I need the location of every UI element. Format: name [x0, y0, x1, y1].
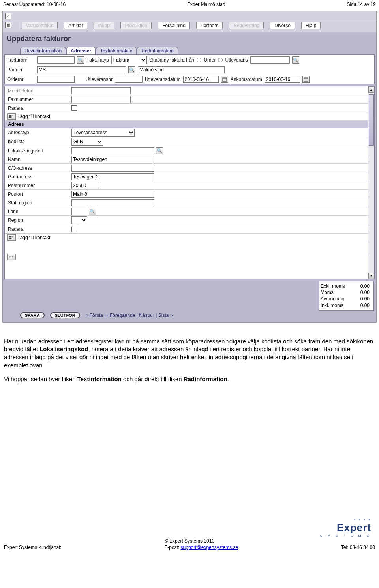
- postnummer-input[interactable]: [71, 182, 99, 189]
- form-footer: SPARA SLUTFÖR « Första | ‹ Föregående | …: [4, 311, 375, 321]
- fakturanr-input[interactable]: [37, 56, 75, 64]
- total-moms-val: 0.00: [360, 289, 370, 296]
- spara-button[interactable]: SPARA: [20, 312, 45, 318]
- doc-header-center: Exder Malmö stad: [187, 2, 225, 7]
- total-exkl-label: Exkl. moms: [321, 283, 345, 289]
- utleverans-input[interactable]: [250, 56, 290, 64]
- search-icon[interactable]: 🔍: [292, 56, 299, 64]
- label-utleveransdatum: Utleveransdatum: [145, 77, 181, 82]
- window-topbar: ⌂: [3, 11, 376, 21]
- footer-mid: E-post: support@expertsystems.se: [164, 545, 238, 550]
- totals-panel: Exkl. moms0.00 Moms0.00 Avrundning0.00 I…: [319, 281, 374, 311]
- support-email-link[interactable]: support@expertsystems.se: [181, 545, 238, 550]
- page-footer: • • • • Expert S Y S T E M S © Expert Sy…: [0, 535, 379, 554]
- label-ordernr: Ordernr: [7, 77, 35, 82]
- nav-partners[interactable]: Partners: [196, 22, 223, 29]
- svg-rect-2: [304, 78, 308, 81]
- nav-forsaljning[interactable]: Försäljning: [158, 22, 190, 29]
- nav-produktion[interactable]: Produktion: [120, 22, 152, 29]
- search-icon[interactable]: 🔍: [89, 208, 96, 215]
- label-fakturatyp: Fakturatyp: [86, 57, 109, 63]
- gatuadress-input[interactable]: [71, 173, 154, 180]
- calendar-icon[interactable]: [302, 76, 310, 83]
- total-exkl-val: 0.00: [360, 283, 370, 289]
- add-contact-label: Lägg till kontakt: [17, 114, 50, 119]
- scroll-up-icon[interactable]: ▲: [368, 86, 374, 93]
- label-kodlista: Kodlista: [5, 138, 70, 145]
- total-inkl-val: 0.00: [360, 302, 370, 309]
- label-faxnummer: Faxnummer: [5, 96, 70, 103]
- add-contact-icon[interactable]: ≡⁺: [7, 113, 16, 120]
- slutfor-button[interactable]: SLUTFÖR: [50, 312, 80, 318]
- bold-radinformation: Radinformation: [184, 376, 227, 382]
- scroll-thumb[interactable]: [369, 94, 374, 146]
- nav-varucertifikat[interactable]: Varucertifikat: [22, 22, 58, 29]
- radera2-checkbox[interactable]: [71, 227, 77, 232]
- svg-rect-0: [223, 78, 227, 81]
- body-text: Har ni redan adressen i ert adressregist…: [0, 327, 379, 401]
- scroll-down-icon[interactable]: ▼: [368, 273, 374, 279]
- scrollbar[interactable]: ▲ ▼: [368, 86, 374, 279]
- land-input[interactable]: [71, 208, 87, 215]
- region-select[interactable]: [71, 216, 87, 224]
- search-icon[interactable]: 🔍: [77, 56, 84, 64]
- label-stat: Stat, region: [5, 199, 70, 206]
- stat-input[interactable]: [71, 199, 154, 206]
- calendar-icon[interactable]: [221, 76, 228, 83]
- ankomstdatum-input[interactable]: [265, 76, 300, 83]
- partner-name-input[interactable]: [138, 66, 225, 73]
- page-title: Uppdatera fakturor: [3, 32, 376, 47]
- co-input[interactable]: [71, 165, 154, 172]
- expert-logo: • • • • Expert S Y S T E M S: [320, 517, 371, 537]
- tab-adresser[interactable]: Adresser: [66, 47, 96, 54]
- grid-icon[interactable]: ▦: [5, 22, 11, 28]
- label-co: C/O-adress: [5, 165, 70, 172]
- label-radera2: Radera: [5, 226, 70, 233]
- label-adresstyp: Adresstyp: [5, 129, 70, 136]
- adresstyp-select[interactable]: Leveransadress: [71, 129, 135, 137]
- partner-input[interactable]: [37, 66, 126, 73]
- lokaliseringskod-input[interactable]: [71, 147, 154, 154]
- bold-lokaliseringskod: Lokaliseringskod: [39, 346, 88, 352]
- fakturatyp-select[interactable]: Faktura: [111, 56, 147, 64]
- radio-order[interactable]: [197, 58, 201, 62]
- add-contact-icon[interactable]: ≡⁺: [7, 234, 16, 241]
- nav-inkop[interactable]: Inköp: [94, 22, 114, 29]
- nav-artiklar[interactable]: Artiklar: [64, 22, 87, 29]
- utleveransdatum-input[interactable]: [183, 76, 219, 83]
- label-utleveransnr: Utleveransnr: [77, 77, 113, 82]
- radera-checkbox[interactable]: [71, 105, 77, 111]
- postort-input[interactable]: [71, 191, 154, 198]
- nav-diverse[interactable]: Diverse: [270, 22, 295, 29]
- label-postort: Postort: [5, 191, 70, 198]
- namn-input[interactable]: [71, 156, 154, 163]
- label-partner: Partner: [7, 67, 35, 73]
- doc-header-right: Sida 14 av 19: [347, 2, 376, 7]
- tab-huvudinformation[interactable]: Huvudinformation: [20, 47, 66, 54]
- radio-utleverans[interactable]: [218, 58, 223, 62]
- search-icon[interactable]: 🔍: [156, 147, 163, 154]
- label-radera: Radera: [5, 105, 70, 112]
- pager[interactable]: « Första | ‹ Föregående | Nästa › | Sist…: [86, 313, 173, 318]
- footer-left: Expert Systems kundtjänst:: [4, 545, 61, 550]
- tab-textinformation[interactable]: Textinformation: [96, 47, 137, 54]
- nav-hjalp[interactable]: Hjälp: [301, 22, 321, 29]
- home-icon[interactable]: ⌂: [5, 13, 11, 19]
- search-icon[interactable]: 🔍: [128, 66, 135, 73]
- tabs: Huvudinformation Adresser Textinformatio…: [3, 47, 376, 54]
- total-avr-val: 0.00: [360, 296, 370, 302]
- nav-redovisning[interactable]: Redovisning: [229, 22, 264, 29]
- faxnummer-input[interactable]: [71, 96, 131, 103]
- add-contact-label2: Lägg till kontakt: [17, 235, 50, 240]
- filter-panel: Fakturanr 🔍 Fakturatyp Faktura Skapa ny …: [4, 54, 375, 84]
- utleveransnr-input[interactable]: [115, 76, 143, 83]
- label-utleverans: Utleverans: [225, 57, 248, 63]
- ordernr-input[interactable]: [37, 76, 75, 83]
- label-mobiltelefon: Mobiltelefon: [5, 87, 70, 94]
- tab-radinformation[interactable]: Radinformation: [137, 47, 178, 54]
- label-gatuadress: Gatuadress: [5, 173, 70, 180]
- mobiltelefon-input[interactable]: [71, 87, 131, 94]
- kodlista-select[interactable]: GLN: [71, 138, 103, 146]
- add-icon[interactable]: ≡⁺: [7, 254, 16, 260]
- total-avr-label: Avrundning: [321, 296, 345, 302]
